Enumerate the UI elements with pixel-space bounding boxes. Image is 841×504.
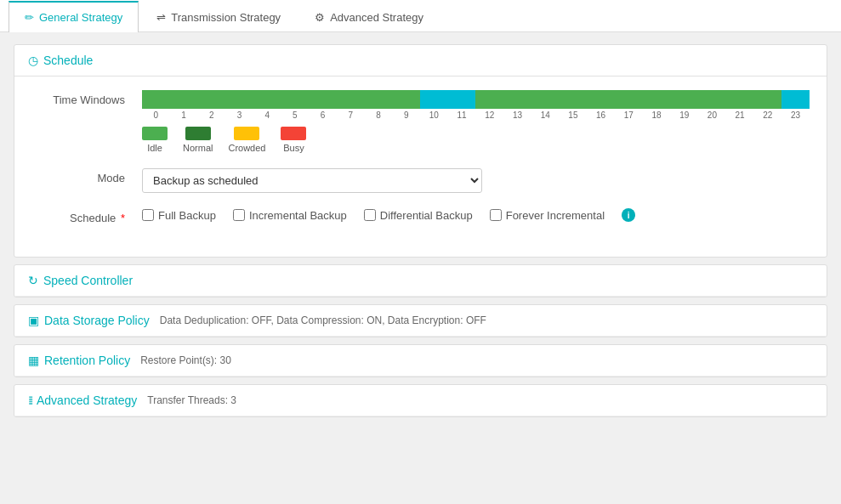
time-segment-11[interactable] xyxy=(448,90,476,109)
legend-item-busy: Busy xyxy=(281,127,306,153)
data-storage-section: ▣ Data Storage Policy Data Deduplication… xyxy=(14,304,827,337)
legend-label-normal: Normal xyxy=(183,143,213,153)
advanced-strategy-section: ⁞⁞ Advanced Strategy Transfer Threads: 3 xyxy=(14,384,827,417)
time-segment-14[interactable] xyxy=(531,90,560,109)
time-windows-row: Time Windows 012345678910111213141516171… xyxy=(31,90,810,153)
time-label-15: 15 xyxy=(560,110,588,120)
retention-policy-header[interactable]: ▦ Retention Policy Restore Point(s): 30 xyxy=(14,345,827,377)
legend-color-normal xyxy=(185,127,211,140)
time-segment-9[interactable] xyxy=(392,90,420,109)
time-segment-22[interactable] xyxy=(753,90,781,109)
differential-backup-checkbox[interactable] xyxy=(364,209,376,221)
schedule-info-icon[interactable]: i xyxy=(622,208,635,222)
time-label-5: 5 xyxy=(281,110,310,120)
legend-color-busy xyxy=(281,127,306,140)
time-segment-10[interactable] xyxy=(420,90,448,109)
time-label-18: 18 xyxy=(643,110,671,120)
schedule-options-row: Schedule * Full Backup Incremental Backu… xyxy=(31,208,810,224)
clock-icon: ◷ xyxy=(28,54,38,67)
mode-row: Mode Backup as scheduled Manual Stop xyxy=(31,168,810,193)
time-segment-4[interactable] xyxy=(253,90,281,109)
tab-transmission[interactable]: ⇌ Transmission Strategy xyxy=(140,2,297,32)
transmission-icon: ⇌ xyxy=(156,11,166,24)
tab-general-label: General Strategy xyxy=(39,11,122,24)
time-segment-5[interactable] xyxy=(281,90,310,109)
time-label-0: 0 xyxy=(142,110,170,120)
time-segment-19[interactable] xyxy=(670,90,698,109)
legend-color-idle xyxy=(142,127,168,140)
forever-incremental-option[interactable]: Forever Incremental xyxy=(490,209,605,222)
time-label-2: 2 xyxy=(197,110,225,120)
time-segment-12[interactable] xyxy=(475,90,503,109)
time-segment-18[interactable] xyxy=(643,90,671,109)
time-label-10: 10 xyxy=(420,110,448,120)
incremental-backup-option[interactable]: Incremental Backup xyxy=(233,209,347,222)
advanced-strategy-header[interactable]: ⁞⁞ Advanced Strategy Transfer Threads: 3 xyxy=(14,385,827,416)
time-windows-container: 01234567891011121314151617181920212223 I… xyxy=(142,90,810,153)
time-label-4: 4 xyxy=(253,110,281,120)
legend-item-normal: Normal xyxy=(183,127,213,153)
schedule-options-control: Full Backup Incremental Backup Different… xyxy=(142,208,810,222)
legend-item-crowded: Crowded xyxy=(228,127,265,153)
speed-controller-header[interactable]: ↻ Speed Controller xyxy=(14,265,827,297)
main-content: ◷ Schedule Time Windows 0123456789101112… xyxy=(0,32,841,436)
legend-item-idle: Idle xyxy=(142,127,168,153)
time-label-22: 22 xyxy=(753,110,781,120)
schedule-title: Schedule xyxy=(43,54,93,67)
forever-incremental-label: Forever Incremental xyxy=(506,209,605,222)
required-indicator: * xyxy=(121,212,125,224)
advanced-icon: ⁞⁞ xyxy=(28,394,31,407)
full-backup-option[interactable]: Full Backup xyxy=(142,209,216,222)
time-label-12: 12 xyxy=(475,110,503,120)
tabs-bar: ✏ General Strategy ⇌ Transmission Strate… xyxy=(0,0,841,32)
speed-controller-title: Speed Controller xyxy=(43,274,133,287)
time-segment-23[interactable] xyxy=(781,90,810,109)
time-segment-13[interactable] xyxy=(503,90,531,109)
tab-advanced-label: Advanced Strategy xyxy=(330,11,423,24)
time-segment-20[interactable] xyxy=(698,90,726,109)
schedule-header[interactable]: ◷ Schedule xyxy=(14,45,827,76)
time-segment-16[interactable] xyxy=(587,90,615,109)
time-label-14: 14 xyxy=(531,110,560,120)
time-label-11: 11 xyxy=(448,110,476,120)
time-segment-17[interactable] xyxy=(615,90,643,109)
time-label-20: 20 xyxy=(698,110,726,120)
time-segment-15[interactable] xyxy=(560,90,588,109)
time-segment-21[interactable] xyxy=(726,90,754,109)
legend-label-idle: Idle xyxy=(147,143,162,153)
mode-select[interactable]: Backup as scheduled Manual Stop xyxy=(142,168,482,193)
mode-control: Backup as scheduled Manual Stop xyxy=(142,168,810,193)
tab-advanced[interactable]: ⚙ Advanced Strategy xyxy=(298,2,440,32)
full-backup-checkbox[interactable] xyxy=(142,209,154,221)
time-segment-7[interactable] xyxy=(337,90,365,109)
full-backup-label: Full Backup xyxy=(158,209,216,222)
time-label-7: 7 xyxy=(337,110,365,120)
differential-backup-option[interactable]: Differential Backup xyxy=(364,209,473,222)
time-segment-8[interactable] xyxy=(365,90,393,109)
data-storage-header[interactable]: ▣ Data Storage Policy Data Deduplication… xyxy=(14,305,827,337)
legend-row: IdleNormalCrowdedBusy xyxy=(142,127,810,153)
advanced-strategy-title: Advanced Strategy xyxy=(37,394,137,407)
storage-icon: ▣ xyxy=(28,314,39,327)
time-segment-6[interactable] xyxy=(309,90,337,109)
incremental-backup-checkbox[interactable] xyxy=(233,209,245,221)
time-segment-1[interactable] xyxy=(170,90,198,109)
time-segment-0[interactable] xyxy=(142,90,170,109)
legend-label-busy: Busy xyxy=(283,143,304,153)
time-segment-3[interactable] xyxy=(225,90,253,109)
mode-label: Mode xyxy=(31,168,142,184)
forever-incremental-checkbox[interactable] xyxy=(490,209,502,221)
time-windows-label: Time Windows xyxy=(31,90,142,106)
time-label-6: 6 xyxy=(309,110,337,120)
time-label-13: 13 xyxy=(503,110,531,120)
schedule-body: Time Windows 012345678910111213141516171… xyxy=(14,76,827,257)
schedule-options: Full Backup Incremental Backup Different… xyxy=(142,208,810,222)
speed-controller-section: ↻ Speed Controller xyxy=(14,264,827,297)
tab-transmission-label: Transmission Strategy xyxy=(171,11,281,24)
schedule-options-label: Schedule * xyxy=(31,208,142,224)
legend-color-crowded xyxy=(234,127,259,140)
time-segment-2[interactable] xyxy=(197,90,225,109)
retention-icon: ▦ xyxy=(28,354,39,367)
speed-icon: ↻ xyxy=(28,274,38,287)
tab-general[interactable]: ✏ General Strategy xyxy=(9,1,139,32)
